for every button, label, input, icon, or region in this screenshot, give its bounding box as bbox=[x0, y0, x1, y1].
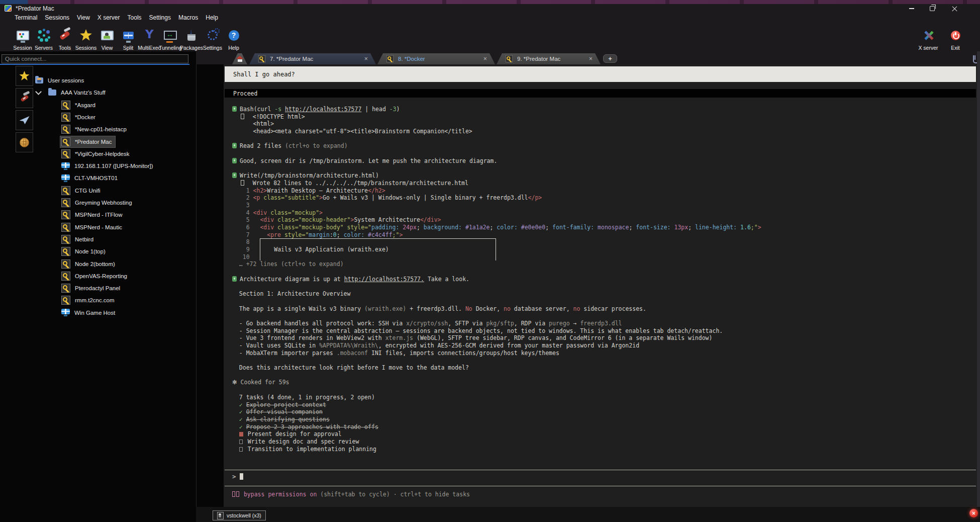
toolbar-button-session[interactable]: Session bbox=[12, 23, 33, 51]
session-label: OpenVAS-Reporting bbox=[75, 273, 127, 279]
terminal-text: No bbox=[465, 305, 472, 312]
tab-home[interactable] bbox=[232, 53, 247, 64]
session-label: Win Game Host bbox=[74, 310, 115, 316]
close-button[interactable] bbox=[946, 4, 963, 13]
terminal-text bbox=[239, 432, 243, 437]
chevron-down-icon[interactable] bbox=[35, 89, 42, 95]
sidebar-item-ctg-unifi[interactable]: CTG Unifi bbox=[0, 185, 103, 197]
session-label: AAA Vantz's Stuff bbox=[61, 90, 106, 96]
sidebar-item-clt-vmhost01[interactable]: CLT-VMHOST01 bbox=[0, 172, 121, 184]
quick-connect-input[interactable] bbox=[2, 54, 188, 63]
menu-item-tools[interactable]: Tools bbox=[128, 14, 142, 21]
terminal-pane[interactable]: Shall I go ahead? Proceed Bash(curl -s h… bbox=[224, 64, 977, 507]
terminal-text bbox=[232, 143, 237, 148]
terminal-text: ; bbox=[417, 224, 424, 231]
sidebar-item-192-168-1-107-ups-monitor[interactable]: 192.168.1.107 ([UPS-Monitor]) bbox=[0, 160, 156, 172]
sidebar-item-docker[interactable]: *Docker bbox=[0, 111, 99, 123]
toolbar-button-x-server[interactable]: X server bbox=[918, 23, 939, 51]
key-icon bbox=[61, 272, 70, 281]
terminal-text: (WebGL), SFTP tree sidebar, RDP canvas, … bbox=[413, 334, 712, 341]
proceed-selected-option[interactable]: Proceed bbox=[225, 89, 976, 98]
terminal-text: System Architecture bbox=[354, 216, 420, 223]
session-label: Greyming Webhosting bbox=[75, 200, 132, 206]
menu-item-settings[interactable]: Settings bbox=[149, 14, 171, 21]
terminal-text: </h2> bbox=[368, 187, 385, 194]
accent-divider bbox=[0, 64, 189, 65]
toolbar-button-multiexec[interactable]: MultiExec bbox=[139, 23, 160, 51]
prompt-line[interactable]: > bbox=[232, 473, 243, 482]
terminal-line bbox=[232, 283, 974, 291]
sidebar-item-node-2-bottom[interactable]: Node 2(bottom) bbox=[0, 258, 118, 270]
toolbar-label: X server bbox=[918, 45, 938, 51]
tab-close-icon[interactable]: × bbox=[589, 56, 593, 62]
menu-item-view[interactable]: View bbox=[77, 14, 90, 21]
terminal-scrollbar[interactable] bbox=[977, 51, 980, 507]
terminal-link[interactable]: http://localhost:57577. bbox=[344, 276, 424, 283]
menu-item-macros[interactable]: Macros bbox=[178, 14, 198, 21]
terminal-text: - MobaXTerm importer parses bbox=[232, 350, 337, 357]
terminal-text: + freerdp3.dll. bbox=[406, 305, 465, 312]
session-label: CTG Unifi bbox=[75, 188, 100, 194]
sidebar-item-mspnerd-itflow[interactable]: MSPNerd - ITFlow bbox=[0, 209, 126, 221]
terminal-text bbox=[232, 423, 239, 430]
sidebar-item-aaa-vantz-s-stuff[interactable]: AAA Vantz's Stuff bbox=[0, 86, 109, 99]
menu-item-help[interactable]: Help bbox=[206, 14, 218, 21]
sidebar-item-rmm-t2cnc-com[interactable]: rmm.t2cnc.com bbox=[0, 294, 118, 306]
maximize-button[interactable] bbox=[924, 4, 941, 13]
terminal-text: (wraith.exe) bbox=[364, 305, 406, 312]
terminal-line: Architecture diagram is up at http://loc… bbox=[232, 276, 974, 283]
terminal-text: ✓ bbox=[239, 401, 246, 408]
toolbar-button-exit[interactable]: Exit bbox=[945, 23, 966, 51]
menu-item-terminal[interactable]: Terminal bbox=[15, 14, 37, 21]
toolbar-button-split[interactable]: Split bbox=[118, 23, 139, 51]
toolbar-button-help[interactable]: Help bbox=[223, 23, 244, 51]
tab-8-docker[interactable]: 8. *Docker× bbox=[377, 53, 495, 64]
sidebar-item-greyming-webhosting[interactable]: Greyming Webhosting bbox=[0, 197, 135, 209]
tab-7-predator-mac[interactable]: 7. *Predator Mac× bbox=[249, 53, 376, 64]
terminal-text: > bbox=[399, 231, 403, 238]
toolbar-button-sessions[interactable]: Sessions bbox=[75, 23, 96, 51]
sidebar-item-user-sessions[interactable]: User sessions bbox=[0, 74, 87, 86]
new-tab-button[interactable]: + bbox=[603, 54, 617, 63]
sidebar-item-pterodactyl-panel[interactable]: Pterodactyl Panel bbox=[0, 282, 123, 294]
terminal-text: font-family: bbox=[552, 224, 594, 231]
sidebar-item-openvas-reporting[interactable]: OpenVAS-Reporting bbox=[0, 270, 130, 282]
terminal-line: 1 <h2>Wraith Desktop — Architecture</h2> bbox=[232, 187, 974, 195]
terminal-text: , SFTP via bbox=[448, 320, 486, 327]
sidebar-item-netbird[interactable]: Netbird bbox=[0, 233, 96, 245]
toolbar-button-settings[interactable]: Settings bbox=[202, 23, 223, 51]
menu-item-x-server[interactable]: X server bbox=[97, 14, 120, 21]
terminal-text: ; bbox=[688, 224, 695, 231]
minimize-button[interactable] bbox=[903, 4, 920, 13]
sidebar-item-mspnerd-mautic[interactable]: MSPNerd - Mautic bbox=[0, 221, 125, 233]
terminal-link[interactable]: http://localhost:57577 bbox=[285, 106, 361, 113]
terminal-text bbox=[253, 238, 260, 245]
toolbar-button-tools[interactable]: Tools bbox=[54, 23, 75, 51]
toolbar-button-tunneling[interactable]: Tunneling bbox=[160, 23, 181, 51]
sidebar-item-node-1-top[interactable]: Node 1(top) bbox=[0, 245, 109, 257]
sidebar-item-win-game-host[interactable]: Win Game Host bbox=[0, 307, 118, 319]
terminal-text: Go + Wails v3 | Windows-only | Single bi… bbox=[323, 194, 528, 201]
terminal-text: margin bbox=[309, 231, 330, 238]
tab-close-icon[interactable]: × bbox=[364, 56, 368, 62]
toolbar-button-view[interactable]: View bbox=[96, 23, 118, 51]
notification-close-button[interactable] bbox=[969, 509, 978, 517]
sidebar-item-new-cp01-heistacp[interactable]: *New-cp01-heistacp bbox=[0, 123, 130, 135]
terminal-text bbox=[236, 491, 239, 497]
toolbar-button-servers[interactable]: Servers bbox=[33, 23, 54, 51]
user-session-badge[interactable]: vstockwell (x3) bbox=[213, 510, 266, 520]
tab-close-icon[interactable]: × bbox=[483, 56, 487, 62]
sidebar-item-asgard[interactable]: *Asgard bbox=[0, 99, 99, 111]
terminal-line bbox=[232, 357, 974, 364]
rdp-icon bbox=[61, 162, 70, 170]
menu-item-sessions[interactable]: Sessions bbox=[45, 14, 69, 21]
session-label: *Predator Mac bbox=[75, 139, 112, 145]
terminal-text: Take a look. bbox=[424, 276, 469, 283]
sidebar-item-predator-mac[interactable]: *Predator Mac bbox=[0, 136, 115, 148]
session-label: Pterodactyl Panel bbox=[75, 285, 120, 291]
tab-9-predator-mac[interactable]: 9. *Predator Mac× bbox=[497, 53, 601, 64]
toolbar-button-packages[interactable]: Packages bbox=[181, 23, 202, 51]
view-monitor-icon bbox=[101, 31, 114, 40]
sidebar-item-vigilcyber-helpdesk[interactable]: *VigilCyber-Helpdesk bbox=[0, 148, 132, 160]
terminal-text: Wrote 82 lines to ../../../../tmp/brains… bbox=[246, 180, 468, 187]
